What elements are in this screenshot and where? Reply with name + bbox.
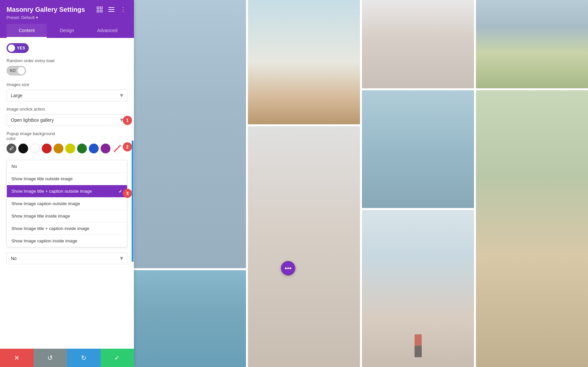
swatch-blue[interactable]: [89, 144, 99, 153]
undo-button[interactable]: ↺: [34, 349, 67, 367]
dropdown-item-title-inside[interactable]: Show Image title inside image: [7, 210, 127, 222]
dropdown-item-caption-outside[interactable]: Show Image caption outside image: [7, 198, 127, 210]
gallery-image-7[interactable]: [362, 210, 474, 367]
overlay-options-section: No Show Image title outside image Show I…: [7, 160, 127, 247]
dropdown-item-title-caption-inside[interactable]: Show Image title + caption inside image: [7, 222, 127, 235]
gallery-image-3[interactable]: [248, 0, 360, 124]
swatch-purple[interactable]: [101, 144, 110, 153]
masonry-col-3: [362, 0, 474, 367]
toggle-no-label: NO: [10, 68, 16, 73]
popup-bg-label: Popup image background color: [7, 131, 127, 141]
tab-design[interactable]: Design: [47, 24, 87, 38]
dropdown-item-title-outside[interactable]: Show Image title outside image: [7, 173, 127, 185]
toggle-no[interactable]: NO: [7, 66, 26, 76]
random-order-section: Random order every load NO: [7, 58, 127, 81]
gallery-image-5[interactable]: [362, 0, 474, 88]
images-size-select[interactable]: Large Medium Small Thumbnail: [7, 90, 127, 101]
sidebar-footer: ✕ ↺ ↻ ✓: [0, 349, 134, 367]
floating-dots-button[interactable]: •••: [281, 261, 295, 275]
header-icons: ⋮: [95, 5, 127, 14]
gallery-image-6[interactable]: [362, 90, 474, 208]
redo-icon: ↻: [81, 354, 87, 362]
grid-icon[interactable]: [107, 5, 116, 14]
dropdown-menu: No Show Image title outside image Show I…: [7, 160, 127, 247]
badge-1: 1: [123, 116, 132, 125]
svg-rect-3: [100, 10, 102, 12]
eyedropper-swatch[interactable]: [7, 144, 16, 153]
color-swatches: 2: [7, 144, 127, 153]
swatch-orange[interactable]: [54, 144, 63, 153]
toggle-yes-row: YES: [7, 43, 127, 53]
images-size-select-wrapper: Large Medium Small Thumbnail ▼: [7, 90, 127, 101]
random-order-label: Random order every load: [7, 58, 127, 63]
badge-2: 2: [123, 142, 132, 151]
masonry-grid: [134, 0, 588, 367]
onclick-select-wrapper: Open lightbox gallery Open URL No action…: [7, 114, 127, 126]
gallery-image-8[interactable]: [476, 0, 588, 88]
toggle-circle: [8, 44, 15, 52]
gallery-image-9[interactable]: [476, 90, 588, 367]
dropdown-item-title-caption-outside[interactable]: Show Image title + caption outside image: [7, 185, 127, 198]
vertical-bar: [132, 141, 134, 262]
expand-icon[interactable]: [95, 5, 104, 14]
svg-rect-0: [97, 7, 99, 9]
swatch-yellow[interactable]: [65, 144, 75, 153]
undo-icon: ↺: [47, 354, 53, 362]
preset-label[interactable]: Preset: Default ▾: [7, 15, 127, 20]
cancel-button[interactable]: ✕: [0, 349, 34, 367]
svg-rect-4: [108, 7, 114, 8]
redo-button[interactable]: ↻: [67, 349, 101, 367]
swatch-red[interactable]: [42, 144, 52, 153]
gallery-area: •••: [134, 0, 588, 367]
gallery-image-2[interactable]: [134, 270, 246, 367]
images-size-label: Images size: [7, 82, 127, 87]
bottom-select[interactable]: No Yes: [7, 253, 127, 264]
svg-rect-6: [108, 11, 114, 12]
swatch-white[interactable]: [30, 144, 40, 153]
toggle-no-circle: [18, 67, 25, 74]
bottom-select-wrapper: No Yes ▼: [7, 253, 127, 264]
onclick-label: Image onclick action.: [7, 107, 127, 112]
toggle-yes-label: YES: [17, 46, 25, 50]
tab-advanced[interactable]: Advanced: [87, 24, 127, 38]
svg-rect-2: [97, 10, 99, 12]
onclick-section: Image onclick action. Open lightbox gall…: [7, 107, 127, 126]
tab-content[interactable]: Content: [7, 24, 47, 38]
toggle-yes[interactable]: YES: [7, 43, 29, 53]
gallery-image-1[interactable]: [134, 0, 246, 268]
swatch-black[interactable]: [18, 144, 28, 153]
save-button[interactable]: ✓: [101, 349, 134, 367]
save-icon: ✓: [114, 354, 120, 362]
onclick-select[interactable]: Open lightbox gallery Open URL No action: [7, 114, 127, 126]
popup-bg-section: Popup image background color: [7, 131, 127, 153]
gallery-image-4[interactable]: [248, 126, 360, 367]
swatch-green[interactable]: [77, 144, 87, 153]
panel-title: Masonry Gallery Settings: [7, 6, 85, 13]
more-icon[interactable]: ⋮: [119, 5, 127, 14]
dropdown-item-no[interactable]: No: [7, 160, 127, 173]
svg-rect-1: [100, 7, 102, 9]
sidebar-content: YES Random order every load NO Images si…: [0, 38, 134, 349]
images-size-section: Images size Large Medium Small Thumbnail…: [7, 82, 127, 101]
badge-3: 3: [123, 189, 132, 198]
svg-rect-5: [108, 9, 114, 10]
swatch-clear[interactable]: [112, 144, 122, 153]
tabs: Content Design Advanced: [7, 24, 127, 38]
dropdown-item-caption-inside[interactable]: Show Image caption inside image: [7, 235, 127, 247]
sidebar-header: Masonry Gallery Settings: [0, 0, 134, 38]
settings-panel: Masonry Gallery Settings: [0, 0, 134, 367]
dots-icon: •••: [285, 265, 291, 272]
masonry-col-2: [248, 0, 360, 367]
masonry-col-4: [476, 0, 588, 367]
cancel-icon: ✕: [14, 354, 20, 362]
masonry-col-1: [134, 0, 246, 367]
